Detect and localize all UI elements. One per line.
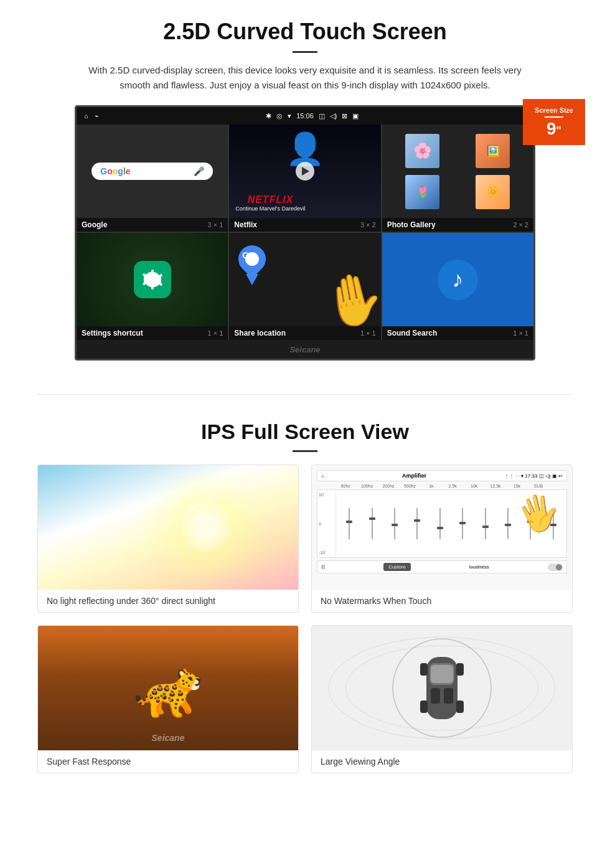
amplifier-bg: ⌂ Amplifier ⋮⋮ · · ▾ 17:33 ◫ ◁) ▣ ↩ 60hz… (312, 465, 572, 590)
time-display: 15:06 (296, 112, 314, 120)
status-bar-left: ⌂ ⌁ (84, 112, 99, 120)
music-icon: ♪ (438, 260, 478, 300)
netflix-logo: NETFLIX (235, 194, 305, 205)
app-grid: Google 🎤 Google 3 × 1 (77, 125, 533, 340)
cheetah-label: Super Fast Response (38, 750, 298, 773)
screen-watermark-bar: Seicane (77, 340, 533, 359)
svg-point-10 (329, 637, 555, 739)
android-screen: ⌂ ⌁ ✱ ◎ ▾ 15:06 ◫ ◁) ⊠ ▣ (75, 105, 535, 361)
music-note-icon: ♪ (452, 267, 463, 293)
amp-home-icon: ⌂ (321, 473, 324, 479)
section1-description: With 2.5D curved-display screen, this de… (87, 63, 523, 93)
sunlight-image (38, 465, 298, 590)
home-icon[interactable]: ⌂ (84, 112, 88, 120)
netflix-label: Netflix (234, 220, 257, 229)
hand-touch-icon: 🤚 (317, 266, 380, 326)
location-icon: ◎ (276, 112, 283, 120)
app-cell-share[interactable]: G 🤚 Share location 1 × 1 (229, 233, 380, 340)
gallery-thumb-1: 🌸 (405, 134, 439, 168)
google-label: Google (82, 220, 107, 229)
sunlight-bg (38, 465, 298, 590)
cheetah-container: 🐆 (38, 626, 298, 750)
badge-size: 9" (547, 119, 561, 138)
gallery-app-preview: 🌸 🖼️ 🌷 🌼 (382, 125, 533, 218)
netflix-size: 3 × 2 (360, 221, 376, 229)
feature-card-amplifier: ⌂ Amplifier ⋮⋮ · · ▾ 17:33 ◫ ◁) ▣ ↩ 60hz… (311, 465, 573, 613)
status-bar-center: ✱ ◎ ▾ 15:06 ◫ ◁) ⊠ ▣ (99, 112, 526, 120)
app-cell-settings[interactable]: Settings shortcut 1 × 1 (77, 233, 228, 340)
feature-card-car: Large Viewing Angle (311, 625, 573, 773)
sun-glow (181, 502, 231, 552)
car-label: Large Viewing Angle (312, 750, 572, 773)
sound-cell-bottom: Sound Search 1 × 1 (382, 326, 533, 340)
section1-title: 2.5D Curved Touch Screen (37, 19, 573, 45)
netflix-app-preview: 👤 NETFLIX Continue Marvel's Daredevil (229, 125, 380, 218)
volume-icon: ◁) (330, 112, 337, 120)
viewing-angle-arcs (312, 626, 572, 750)
google-logo: Google (100, 166, 130, 176)
section2-divider (293, 450, 317, 452)
play-button[interactable] (296, 162, 314, 181)
screen-watermark: Seicane (289, 345, 320, 354)
square-icon: ▣ (352, 112, 359, 120)
amplifier-label: No Watermarks When Touch (312, 590, 572, 612)
netflix-cell-bottom: Netflix 3 × 2 (229, 218, 380, 232)
amp-toggle[interactable] (548, 564, 563, 571)
app-cell-google[interactable]: Google 🎤 Google 3 × 1 (77, 125, 228, 232)
share-label: Share location (234, 329, 286, 337)
amp-custom-button[interactable]: Custom (383, 563, 411, 571)
mic-icon[interactable]: 🎤 (194, 166, 204, 176)
sound-size: 1 × 1 (513, 329, 528, 337)
amp-footer: ⟨⟨ Custom loudness (317, 560, 567, 573)
share-app-preview: G 🤚 (229, 233, 380, 326)
car-bg (312, 626, 572, 750)
feature-card-cheetah: 🐆 Seicane Super Fast Response (37, 625, 299, 773)
sound-label: Sound Search (387, 329, 438, 337)
netflix-overlay: NETFLIX Continue Marvel's Daredevil (235, 194, 305, 212)
cheetah-watermark: Seicane (152, 733, 185, 743)
google-app-preview: Google 🎤 (77, 125, 228, 218)
settings-size: 1 × 1 (208, 329, 223, 337)
title-divider (293, 51, 317, 53)
settings-cell-bottom: Settings shortcut 1 × 1 (77, 326, 228, 340)
amp-prev-icon: ⟨⟨ (321, 564, 325, 570)
netflix-sub: Continue Marvel's Daredevil (235, 205, 305, 212)
amp-freq-labels: 60hz 100hz 200hz 500hz 1k 2.5k 10k 12.5k… (317, 484, 567, 489)
close-box-icon: ⊠ (342, 112, 347, 120)
amp-controls: ⋮⋮ · · ▾ 17:33 ◫ ◁) ▣ ↩ (504, 473, 563, 479)
sound-app-preview: ♪ (382, 233, 533, 326)
bluetooth-icon: ✱ (266, 112, 271, 120)
camera-icon: ◫ (319, 112, 325, 120)
gear-svg (141, 268, 164, 291)
amp-eq-area: 10 0 -10 (317, 489, 567, 558)
amp-header: ⌂ Amplifier ⋮⋮ · · ▾ 17:33 ◫ ◁) ▣ ↩ (317, 470, 567, 481)
feature-card-sunlight: No light reflecting under 360° direct su… (37, 465, 299, 613)
app-cell-gallery[interactable]: 🌸 🖼️ 🌷 🌼 Photo Gallery (382, 125, 533, 232)
cheetah-emoji: 🐆 (133, 656, 203, 721)
badge-label: Screen Size (533, 106, 575, 114)
gallery-label: Photo Gallery (387, 220, 436, 229)
play-triangle (302, 167, 309, 176)
google-search-bar[interactable]: Google 🎤 (92, 163, 213, 180)
section2-title: IPS Full Screen View (37, 420, 573, 444)
section-curved-screen: 2.5D Curved Touch Screen With 2.5D curve… (0, 0, 610, 375)
usb-icon: ⌁ (95, 112, 99, 120)
wifi-icon: ▾ (288, 112, 291, 120)
status-bar: ⌂ ⌁ ✱ ◎ ▾ 15:06 ◫ ◁) ⊠ ▣ (77, 107, 533, 125)
amplifier-image: ⌂ Amplifier ⋮⋮ · · ▾ 17:33 ◫ ◁) ▣ ↩ 60hz… (312, 465, 572, 590)
amp-loudness-label: loudness (469, 564, 489, 570)
gallery-thumb-2: 🖼️ (476, 134, 510, 168)
app-cell-sound[interactable]: ♪ Sound Search 1 × 1 (382, 233, 533, 340)
google-size: 3 × 1 (208, 221, 223, 229)
section-divider (37, 394, 573, 395)
google-cell-bottom: Google 3 × 1 (77, 218, 228, 232)
section-ips: IPS Full Screen View No light reflecting… (0, 413, 610, 792)
app-cell-netflix[interactable]: 👤 NETFLIX Continue Marvel's Daredevil Ne… (229, 125, 380, 232)
share-cell-bottom: Share location 1 × 1 (229, 326, 380, 340)
settings-label: Settings shortcut (82, 329, 143, 337)
gallery-size: 2 × 2 (513, 221, 528, 229)
settings-app-preview (77, 233, 228, 326)
share-size: 1 × 1 (360, 329, 376, 337)
gallery-thumb-3: 🌷 (405, 175, 439, 209)
car-image (312, 626, 572, 750)
